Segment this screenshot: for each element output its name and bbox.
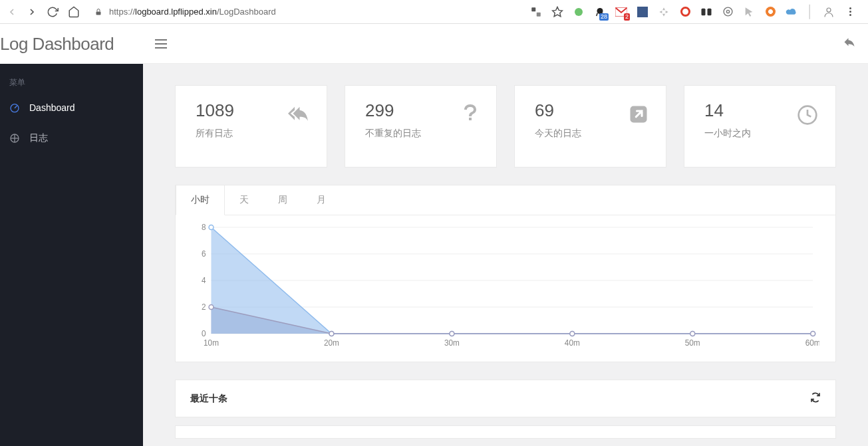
svg-rect-7 <box>708 8 712 15</box>
reload-icon[interactable] <box>47 6 59 18</box>
dashboard-icon <box>9 102 20 113</box>
ext-cloud-icon[interactable] <box>786 6 797 18</box>
chart-tab-hour[interactable]: 小时 <box>176 185 225 215</box>
stat-label: 今天的日志 <box>535 128 581 140</box>
stat-value: 69 <box>535 100 581 121</box>
stat-cards-row: 1089 所有日志 299 不重复的日志 <box>175 85 836 167</box>
separator: │ <box>804 6 816 18</box>
svg-text:2: 2 <box>202 302 206 312</box>
ext-octo-icon[interactable]: 28 <box>594 6 606 18</box>
ext-blue-square-icon[interactable] <box>637 6 649 18</box>
stat-value: 299 <box>365 100 421 121</box>
sidebar-item-label: 日志 <box>29 132 48 144</box>
svg-point-35 <box>209 305 214 310</box>
stat-value: 14 <box>704 100 751 121</box>
chart-tab-day[interactable]: 天 <box>225 185 263 215</box>
chart-panel: 小时 天 周 月 0246810m20m30m40m50m60m <box>175 185 836 362</box>
ext-gmail-icon[interactable]: 2 <box>615 6 627 18</box>
svg-text:30m: 30m <box>444 338 460 348</box>
recent-table-placeholder <box>175 425 836 439</box>
svg-text:50m: 50m <box>685 338 700 348</box>
svg-point-8 <box>724 7 732 16</box>
svg-point-11 <box>11 104 19 112</box>
svg-text:20m: 20m <box>324 338 339 348</box>
svg-rect-1 <box>531 7 535 11</box>
stat-label: 一小时之内 <box>704 128 751 140</box>
refresh-icon[interactable] <box>810 392 821 405</box>
stat-card-unique-logs: 299 不重复的日志 <box>345 85 497 167</box>
clock-icon <box>797 100 818 167</box>
sidebar: Log Dashboard 菜单 Dashboard 日志 <box>0 24 143 446</box>
home-icon[interactable] <box>68 6 80 18</box>
hamburger-icon[interactable] <box>155 39 167 49</box>
address-bar[interactable]: https://logboard.lpflipped.xin/LogDashbo… <box>89 7 276 17</box>
stat-card-today-logs: 69 今天的日志 <box>514 85 666 167</box>
recent-title: 最近十条 <box>190 393 227 405</box>
app-title: Log Dashboard <box>0 24 143 64</box>
extensions-bar: 28 2 │ <box>530 6 861 18</box>
url-text: https://logboard.lpflipped.xin/LogDashbo… <box>109 7 276 17</box>
profile-icon[interactable] <box>823 6 835 18</box>
recent-panel: 最近十条 <box>175 380 836 417</box>
lock-icon <box>94 7 102 17</box>
question-icon <box>463 100 479 167</box>
svg-point-10 <box>827 8 831 12</box>
ext-green-dot-icon[interactable] <box>573 6 585 18</box>
logs-icon <box>9 133 20 144</box>
svg-text:6: 6 <box>202 249 206 259</box>
chart-tab-week[interactable]: 周 <box>263 185 302 215</box>
svg-text:8: 8 <box>202 223 206 232</box>
external-link-icon <box>629 100 649 167</box>
topbar <box>143 24 868 64</box>
sidebar-item-logs[interactable]: 日志 <box>0 123 143 154</box>
stat-value: 1089 <box>196 100 234 121</box>
chart-tabs: 小时 天 周 月 <box>176 185 835 215</box>
svg-rect-6 <box>702 8 706 15</box>
svg-text:60m: 60m <box>805 338 819 348</box>
stat-card-all-logs: 1089 所有日志 <box>175 85 327 167</box>
ext-grey-icon[interactable] <box>658 6 670 18</box>
forward-arrow[interactable] <box>27 7 37 17</box>
browser-toolbar: https://logboard.lpflipped.xin/LogDashbo… <box>0 0 868 24</box>
stat-card-last-hour: 14 一小时之内 <box>684 85 836 167</box>
ext-red-ring-icon[interactable] <box>679 6 691 18</box>
translate-icon[interactable] <box>530 6 542 18</box>
svg-point-29 <box>209 225 214 230</box>
ext-cursor-icon[interactable] <box>743 6 755 18</box>
chart-tab-month[interactable]: 月 <box>302 185 341 215</box>
svg-point-40 <box>811 332 815 336</box>
svg-marker-3 <box>553 7 563 16</box>
ext-orange-ring-icon[interactable] <box>764 6 776 18</box>
svg-point-37 <box>450 332 454 336</box>
svg-point-39 <box>690 332 695 336</box>
svg-rect-2 <box>537 12 541 16</box>
sidebar-heading: 菜单 <box>0 73 143 92</box>
svg-text:10m: 10m <box>204 338 219 348</box>
svg-text:40m: 40m <box>565 338 580 348</box>
svg-text:4: 4 <box>202 276 206 285</box>
sidebar-item-dashboard[interactable]: Dashboard <box>0 92 143 123</box>
reply-all-icon <box>287 100 309 167</box>
ext-reader-icon[interactable] <box>700 6 712 18</box>
content-area: 1089 所有日志 299 不重复的日志 <box>143 64 868 446</box>
stat-label: 不重复的日志 <box>365 128 421 140</box>
svg-text:0: 0 <box>202 329 206 338</box>
sidebar-item-label: Dashboard <box>29 102 75 113</box>
reply-button[interactable] <box>843 37 856 51</box>
svg-rect-0 <box>96 11 101 15</box>
area-chart: 0246810m20m30m40m50m60m <box>192 223 819 350</box>
menu-icon[interactable] <box>844 6 856 18</box>
ext-target-icon[interactable] <box>722 6 734 18</box>
back-arrow[interactable] <box>7 7 17 17</box>
svg-point-36 <box>329 332 334 336</box>
star-icon[interactable] <box>551 6 563 18</box>
svg-point-38 <box>570 332 575 336</box>
svg-point-9 <box>726 10 729 13</box>
stat-label: 所有日志 <box>196 128 234 140</box>
